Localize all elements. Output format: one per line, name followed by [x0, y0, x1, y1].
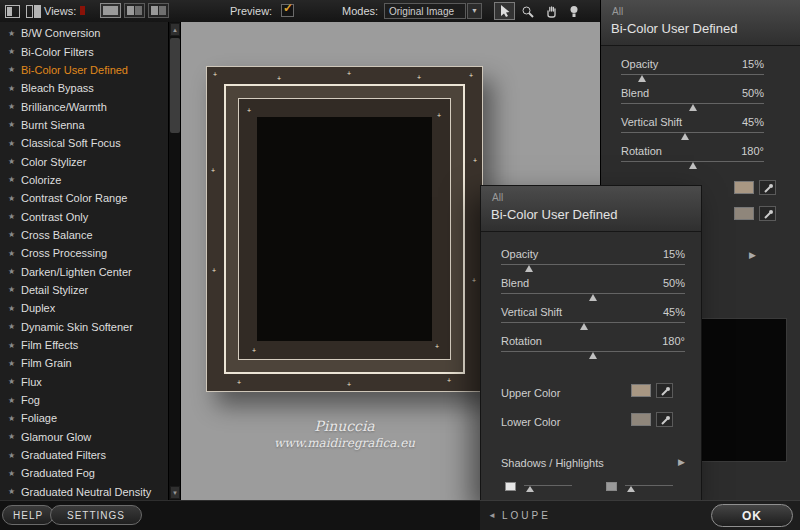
upper-color-swatch[interactable]: [631, 384, 651, 397]
cursor-tool-button[interactable]: [494, 2, 515, 20]
sidebar-scrollbar[interactable]: ▲ ▼: [168, 22, 180, 500]
sidebar-item[interactable]: ★Colorize: [0, 171, 168, 189]
sidebar-item[interactable]: ★Burnt Sienna: [0, 116, 168, 134]
upper-color-row: Upper Color: [501, 383, 685, 398]
slider-handle[interactable]: [589, 352, 597, 359]
slider-handle[interactable]: [627, 486, 635, 492]
slider-group: Opacity15% Blend50% Vertical Shift45% Ro…: [621, 58, 764, 174]
eyedropper-button[interactable]: [656, 383, 673, 398]
sidebar-item[interactable]: ★Foliage: [0, 409, 168, 427]
lower-color-swatch[interactable]: [631, 413, 651, 426]
sidebar-item[interactable]: ★Darken/Lighten Center: [0, 262, 168, 280]
slider-handle[interactable]: [525, 265, 533, 272]
sidebar-item[interactable]: ★Detail Stylizer: [0, 281, 168, 299]
panel-layout-icon[interactable]: [3, 3, 21, 19]
shadows-highlights-row[interactable]: Shadows / Highlights ▶: [501, 457, 685, 469]
slider-track[interactable]: [621, 158, 764, 170]
slider-track[interactable]: [625, 482, 673, 493]
sidebar-item[interactable]: ★Flux: [0, 373, 168, 391]
star-icon: ★: [8, 102, 21, 111]
collapse-left-icon[interactable]: ◄: [488, 511, 496, 520]
sparkle-icon: +: [469, 72, 473, 79]
eyedropper-button[interactable]: [759, 180, 776, 195]
scroll-up-icon[interactable]: ▲: [170, 23, 180, 36]
sparkle-icon: +: [277, 75, 281, 82]
sidebar-item-label: Foliage: [21, 412, 57, 424]
sidebar-item[interactable]: ★Graduated Neutral Density: [0, 483, 168, 501]
slider-track[interactable]: [501, 348, 685, 360]
highlights-swatch[interactable]: [606, 482, 617, 491]
upper-color-swatch[interactable]: [734, 181, 754, 194]
preview-label: Preview:: [230, 5, 272, 17]
sidebar-item[interactable]: ★Film Grain: [0, 354, 168, 372]
scrollbar-thumb[interactable]: [170, 38, 180, 133]
slider-handle[interactable]: [689, 162, 697, 169]
sidebar-item-bi-color-user-defined[interactable]: ★Bi-Color User Defined: [0, 61, 168, 79]
sidebar-item[interactable]: ★B/W Conversion: [0, 24, 168, 42]
ok-button[interactable]: OK: [711, 504, 793, 527]
help-button[interactable]: HELP: [2, 505, 54, 525]
slider-track[interactable]: [621, 71, 764, 83]
split-layout-icon[interactable]: [24, 3, 42, 19]
lower-color-swatch[interactable]: [734, 207, 754, 220]
panel-header[interactable]: All Bi-Color User Defined: [481, 186, 701, 232]
sparkle-icon: +: [472, 277, 476, 284]
star-icon: ★: [8, 377, 21, 386]
slider-handle[interactable]: [589, 294, 597, 301]
sidebar-item[interactable]: ★Duplex: [0, 299, 168, 317]
slider-track[interactable]: [621, 129, 764, 141]
zoom-tool-button[interactable]: [517, 2, 538, 20]
hand-tool-button[interactable]: [540, 2, 561, 20]
sidebar-item[interactable]: ★Bleach Bypass: [0, 79, 168, 97]
loupe-label: LOUPE: [502, 510, 551, 521]
sidebar-item[interactable]: ★Graduated Filters: [0, 446, 168, 464]
slider-handle[interactable]: [580, 323, 588, 330]
sidebar-item[interactable]: ★Bi-Color Filters: [0, 42, 168, 60]
slider-track[interactable]: [501, 319, 685, 331]
sidebar-item[interactable]: ★Fog: [0, 391, 168, 409]
star-icon: ★: [8, 47, 21, 56]
dropdown-arrow-icon[interactable]: ▼: [467, 3, 482, 19]
frame-band: [224, 84, 465, 374]
sidebar-item[interactable]: ★Cross Balance: [0, 226, 168, 244]
slider-handle[interactable]: [689, 104, 697, 111]
eyedropper-icon: [659, 414, 671, 426]
modes-dropdown[interactable]: Original Image: [384, 3, 466, 19]
scroll-down-icon[interactable]: ▼: [170, 486, 180, 499]
expander-right-icon[interactable]: ▶: [678, 457, 685, 469]
eyedropper-button[interactable]: [759, 206, 776, 221]
eyedropper-button[interactable]: [656, 412, 673, 427]
preview-checkbox[interactable]: ✓: [281, 4, 294, 17]
slider-handle[interactable]: [681, 133, 689, 140]
sidebar-item[interactable]: ★Graduated Fog: [0, 464, 168, 482]
loupe-header[interactable]: ◄ LOUPE: [488, 510, 551, 521]
settings-button[interactable]: SETTINGS: [50, 505, 142, 525]
expander-right-icon[interactable]: ▶: [749, 250, 756, 260]
sidebar-item[interactable]: ★Glamour Glow: [0, 428, 168, 446]
shadows-swatch[interactable]: [505, 482, 516, 491]
slider-handle[interactable]: [638, 75, 646, 82]
view-single-button[interactable]: [100, 3, 121, 18]
slider-value: 180°: [741, 145, 764, 158]
slider-track[interactable]: [524, 482, 572, 493]
star-icon: ★: [8, 139, 21, 148]
sidebar-item-label: Graduated Fog: [21, 467, 95, 479]
sidebar-item[interactable]: ★Dynamic Skin Softener: [0, 318, 168, 336]
sidebar-item[interactable]: ★Classical Soft Focus: [0, 134, 168, 152]
sidebar-item[interactable]: ★Cross Processing: [0, 244, 168, 262]
sidebar-item[interactable]: ★Brilliance/Warmth: [0, 97, 168, 115]
slider-track[interactable]: [501, 261, 685, 273]
sidebar-item[interactable]: ★Color Stylizer: [0, 152, 168, 170]
floating-filter-panel[interactable]: All Bi-Color User Defined Opacity15% Ble…: [480, 185, 702, 503]
view-split-button[interactable]: [124, 3, 145, 18]
sidebar-item[interactable]: ★Contrast Color Range: [0, 189, 168, 207]
sidebar-item[interactable]: ★Film Effects: [0, 336, 168, 354]
slider-track[interactable]: [501, 290, 685, 302]
view-side-by-side-button[interactable]: [148, 3, 169, 18]
slider-track[interactable]: [621, 100, 764, 112]
slider-handle[interactable]: [526, 486, 534, 492]
lower-color-row: Lower Color: [501, 412, 685, 427]
lamp-tool-button[interactable]: [563, 2, 584, 20]
sidebar-item-label: Cross Processing: [21, 247, 107, 259]
sidebar-item[interactable]: ★Contrast Only: [0, 207, 168, 225]
